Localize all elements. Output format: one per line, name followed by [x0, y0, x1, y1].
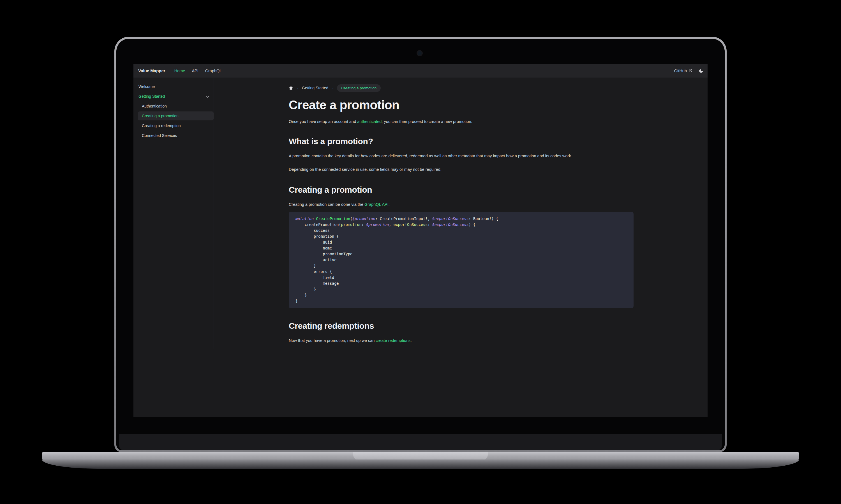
graphql-api-link[interactable]: GraphQL API	[364, 202, 389, 206]
site-brand[interactable]: Value Mapper	[138, 68, 166, 73]
sidebar-item-connected-services[interactable]: Connected Services	[134, 131, 213, 140]
creating-redemptions-text: Now that you have a promotion, next up w…	[289, 338, 376, 343]
what-is-paragraph-2: Depending on the connected service in us…	[289, 167, 634, 172]
dark-mode-moon-icon[interactable]	[699, 68, 704, 73]
chevron-down-icon	[206, 94, 210, 98]
creating-redemptions-text: .	[410, 338, 412, 343]
nav-right: GitHub	[674, 68, 704, 73]
section-heading-what-is-a-promotion: What is a promotion?	[289, 137, 634, 146]
home-icon[interactable]	[289, 86, 293, 90]
breadcrumb-getting-started[interactable]: Getting Started	[302, 86, 328, 90]
nav-links: Home API GraphQL	[174, 69, 222, 73]
sidebar-item-creating-a-redemption[interactable]: Creating a redemption	[134, 121, 213, 130]
github-link[interactable]: GitHub	[674, 69, 692, 73]
top-nav: Value Mapper Home API GraphQL GitHub	[134, 64, 707, 78]
what-is-paragraph-1: A promotion contains the key details for…	[289, 153, 634, 159]
main-content: › Getting Started › Creating a promotion…	[289, 78, 634, 343]
sidebar-item-label: Getting Started	[138, 94, 165, 98]
intro-paragraph: Once you have setup an account and authe…	[289, 119, 634, 124]
breadcrumb: › Getting Started › Creating a promotion	[289, 84, 634, 92]
section-heading-creating-a-promotion: Creating a promotion	[289, 185, 634, 195]
sidebar-item-getting-started[interactable]: Getting Started	[134, 92, 213, 101]
laptop-hinge-strip	[119, 434, 722, 450]
sidebar-item-label: Authentication	[142, 104, 167, 108]
nav-link-home[interactable]: Home	[174, 69, 185, 73]
docs-page: Value Mapper Home API GraphQL GitHub	[134, 64, 707, 417]
external-link-icon	[689, 69, 692, 73]
sidebar: Welcome Getting Started Authentication C…	[134, 78, 214, 348]
breadcrumb-separator: ›	[332, 86, 333, 90]
create-redemptions-link[interactable]: create redemptions	[376, 338, 410, 343]
creating-promotion-text: :	[389, 202, 390, 206]
creating-promotion-text: Creating a promotion can be done via the	[289, 202, 364, 206]
laptop-bezel: Value Mapper Home API GraphQL GitHub	[116, 39, 725, 450]
intro-text: , you can then proceed to create a new p…	[381, 119, 472, 124]
breadcrumb-current-pill[interactable]: Creating a promotion	[337, 84, 381, 92]
creating-redemptions-paragraph: Now that you have a promotion, next up w…	[289, 338, 634, 343]
sidebar-item-label: Creating a promotion	[142, 114, 178, 118]
webcam-dot	[418, 51, 422, 55]
sidebar-item-label: Creating a redemption	[142, 124, 181, 128]
authenticated-link[interactable]: authenticated	[357, 119, 381, 124]
laptop-lid-notch	[353, 452, 488, 460]
code-block: mutation CreatePromotion($promotion: Cre…	[289, 212, 634, 308]
laptop-screen-frame: Value Mapper Home API GraphQL GitHub	[114, 37, 727, 452]
laptop-base-underside	[42, 460, 799, 469]
page-title: Create a promotion	[289, 98, 634, 112]
sidebar-item-label: Welcome	[138, 84, 155, 89]
sidebar-item-creating-a-promotion[interactable]: Creating a promotion	[138, 111, 213, 121]
sidebar-item-authentication[interactable]: Authentication	[134, 102, 213, 111]
section-heading-creating-redemptions: Creating redemptions	[289, 321, 634, 331]
creating-promotion-paragraph: Creating a promotion can be done via the…	[289, 202, 634, 207]
sidebar-item-welcome[interactable]: Welcome	[134, 82, 213, 91]
nav-link-api[interactable]: API	[192, 69, 198, 73]
github-link-label: GitHub	[674, 69, 687, 73]
nav-link-graphql[interactable]: GraphQL	[205, 69, 222, 73]
intro-text: Once you have setup an account and	[289, 119, 357, 124]
sidebar-item-label: Connected Services	[142, 133, 177, 138]
breadcrumb-separator: ›	[297, 86, 298, 90]
